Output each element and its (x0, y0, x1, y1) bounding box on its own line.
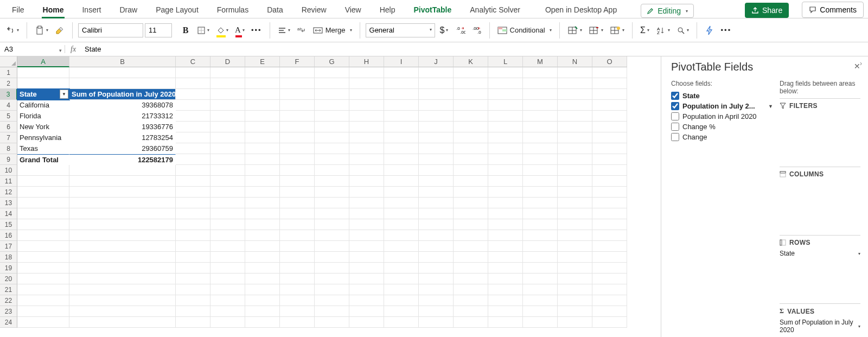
cell[interactable] (558, 252, 592, 263)
tab-view[interactable]: View (340, 2, 367, 18)
cell[interactable] (523, 317, 558, 328)
paste-button[interactable]: ▾ (33, 22, 50, 39)
cell[interactable] (384, 165, 419, 176)
cell[interactable]: 39368078 (69, 100, 176, 111)
cell[interactable] (523, 100, 558, 111)
cell[interactable] (592, 317, 627, 328)
cell[interactable] (558, 111, 592, 122)
cell[interactable] (419, 284, 454, 295)
cell[interactable] (349, 241, 384, 252)
col-header-A[interactable]: A (17, 56, 69, 67)
cell[interactable] (349, 111, 384, 122)
decrease-decimal-button[interactable]: .0.00 (454, 22, 468, 39)
cell[interactable] (17, 263, 69, 274)
cell[interactable] (454, 111, 488, 122)
cell[interactable] (17, 241, 69, 252)
cell[interactable] (592, 132, 627, 143)
row-header[interactable]: 8 (0, 143, 17, 154)
cell[interactable] (558, 67, 592, 78)
cell[interactable] (419, 89, 454, 100)
cell[interactable] (454, 306, 488, 317)
cell[interactable] (176, 165, 210, 176)
cell[interactable] (558, 100, 592, 111)
row-header[interactable]: 24 (0, 317, 17, 328)
cell[interactable] (280, 208, 315, 219)
cell[interactable] (488, 100, 523, 111)
cell[interactable] (454, 187, 488, 198)
cell[interactable] (17, 284, 69, 295)
cell[interactable] (210, 263, 245, 274)
comments-button[interactable]: Comments (802, 2, 864, 18)
cell[interactable] (349, 317, 384, 328)
cell[interactable] (523, 176, 558, 187)
cell[interactable] (523, 89, 558, 100)
cell[interactable] (454, 208, 488, 219)
field-checkbox[interactable] (671, 112, 679, 120)
cell[interactable] (488, 122, 523, 132)
cell[interactable] (280, 143, 315, 154)
cell[interactable] (419, 111, 454, 122)
row-header[interactable]: 20 (0, 274, 17, 284)
cell[interactable] (488, 219, 523, 230)
cell[interactable] (592, 274, 627, 284)
tab-draw[interactable]: Draw (114, 2, 143, 18)
cell[interactable] (210, 274, 245, 284)
cell[interactable] (349, 67, 384, 78)
cell[interactable] (384, 100, 419, 111)
cell[interactable] (558, 132, 592, 143)
conditional-format-button[interactable]: Conditional▾ (495, 22, 554, 39)
cell[interactable] (454, 78, 488, 89)
tab-page-layout[interactable]: Page Layout (150, 2, 204, 18)
col-header-K[interactable]: K (454, 56, 488, 67)
cell[interactable] (592, 67, 627, 78)
cell[interactable] (176, 198, 210, 208)
cell[interactable] (592, 295, 627, 306)
cell[interactable] (69, 284, 176, 295)
col-header-G[interactable]: G (315, 56, 349, 67)
cell[interactable] (280, 317, 315, 328)
cell[interactable] (17, 198, 69, 208)
col-header-L[interactable]: L (488, 56, 523, 67)
cell[interactable] (69, 187, 176, 198)
cell[interactable] (523, 295, 558, 306)
row-header[interactable]: 7 (0, 132, 17, 143)
cell[interactable] (17, 208, 69, 219)
cell[interactable] (245, 252, 280, 263)
more-font-button[interactable]: ••• (249, 22, 264, 39)
cell[interactable] (523, 306, 558, 317)
cell[interactable] (523, 187, 558, 198)
cell[interactable] (210, 143, 245, 154)
cell[interactable] (315, 132, 349, 143)
formula-input[interactable] (81, 42, 868, 56)
cell[interactable] (176, 143, 210, 154)
cell[interactable] (210, 252, 245, 263)
cell[interactable] (280, 295, 315, 306)
cell[interactable] (523, 284, 558, 295)
cell[interactable] (349, 165, 384, 176)
cell[interactable] (592, 100, 627, 111)
tab-analytic-solver[interactable]: Analytic Solver (464, 2, 526, 18)
autosum-button[interactable]: Σ▾ (638, 22, 652, 39)
font-color-button[interactable]: A▾ (233, 22, 247, 39)
cell[interactable] (419, 67, 454, 78)
cell[interactable] (210, 132, 245, 143)
cell[interactable] (558, 176, 592, 187)
cell[interactable] (245, 219, 280, 230)
cell[interactable] (384, 111, 419, 122)
cell[interactable] (315, 219, 349, 230)
cell[interactable] (384, 208, 419, 219)
cell[interactable] (315, 165, 349, 176)
cell[interactable] (454, 165, 488, 176)
cell[interactable] (315, 78, 349, 89)
cell[interactable] (592, 230, 627, 241)
cell[interactable] (592, 241, 627, 252)
cell[interactable] (245, 132, 280, 143)
cell[interactable] (523, 198, 558, 208)
cell[interactable] (558, 78, 592, 89)
cell[interactable] (280, 132, 315, 143)
cell[interactable] (245, 274, 280, 284)
cell[interactable] (488, 89, 523, 100)
cell[interactable] (558, 187, 592, 198)
cell[interactable] (488, 143, 523, 154)
cell[interactable] (592, 111, 627, 122)
